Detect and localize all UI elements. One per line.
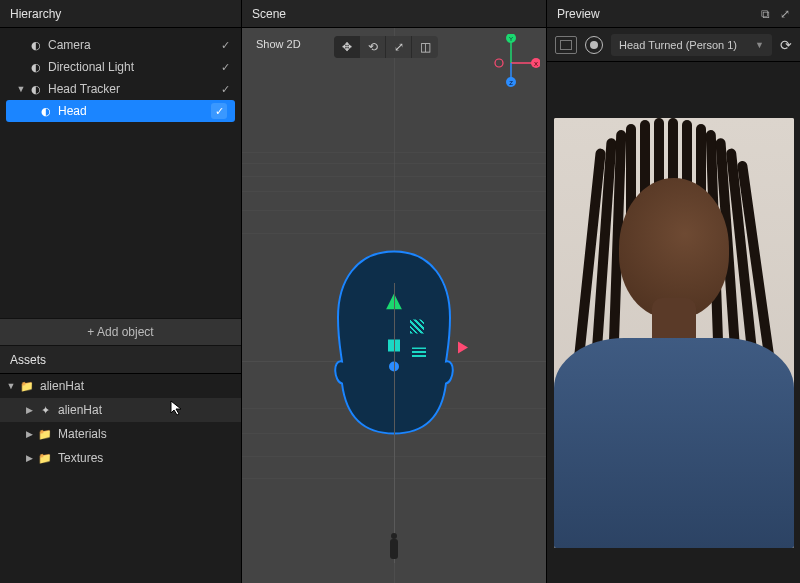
add-object-button[interactable]: + Add object <box>0 318 241 346</box>
hierarchy-item-camera[interactable]: ◐ Camera ✓ <box>0 34 241 56</box>
left-sidebar: Hierarchy ◐ Camera ✓ ◐ Directional Light… <box>0 0 242 583</box>
preview-panel: Preview ⧉ ⤢ Head Turned (Person 1) ▼ ⟳ <box>547 0 800 583</box>
chevron-down-icon: ▼ <box>755 40 764 50</box>
preview-panel-header: Preview ⧉ ⤢ <box>547 0 800 28</box>
rotate-tool-button[interactable]: ⟲ <box>360 36 386 58</box>
move-tool-button[interactable]: ✥ <box>334 36 360 58</box>
transform-tool-group: ✥ ⟲ ⤢ ◫ <box>334 36 438 58</box>
expand-caret-icon[interactable]: ▶ <box>22 405 36 415</box>
maximize-icon[interactable]: ⤢ <box>780 7 790 21</box>
scene-viewport[interactable] <box>242 28 546 583</box>
object3d-icon: ✦ <box>36 404 54 417</box>
scene-panel-header: Scene <box>242 0 546 28</box>
scene-panel: Scene Show 2D <box>242 0 547 583</box>
light-icon: ◐ <box>28 61 44 74</box>
preview-frame <box>554 118 794 548</box>
object-icon: ◐ <box>38 105 54 118</box>
orientation-gizmo[interactable]: Y X Z <box>482 34 532 84</box>
preview-toolbar: Head Turned (Person 1) ▼ ⟳ <box>547 28 800 62</box>
preview-person-placeholder <box>554 118 794 548</box>
hierarchy-item-label: Camera <box>44 38 217 52</box>
asset-item-label: alienHat <box>54 403 233 417</box>
add-object-label: + Add object <box>87 325 153 339</box>
record-button[interactable] <box>585 36 603 54</box>
folder-icon: 📁 <box>36 428 54 441</box>
hierarchy-body: ◐ Camera ✓ ◐ Directional Light ✓ ▼ ◐ Hea… <box>0 28 241 318</box>
torso-placeholder <box>554 338 794 548</box>
hierarchy-item-directional-light[interactable]: ◐ Directional Light ✓ <box>0 56 241 78</box>
visibility-check-icon[interactable]: ✓ <box>217 39 233 52</box>
hierarchy-item-label: Directional Light <box>44 60 217 74</box>
reference-figure-icon <box>387 532 401 565</box>
expand-caret-icon[interactable]: ▼ <box>4 381 18 391</box>
hierarchy-item-label: Head <box>54 104 211 118</box>
gizmo-x-arrow-icon[interactable] <box>458 342 468 354</box>
folder-icon: 📁 <box>18 380 36 393</box>
scene-title: Scene <box>252 7 286 21</box>
cursor-icon <box>170 400 186 416</box>
preview-source-select[interactable]: Head Turned (Person 1) ▼ <box>611 34 772 56</box>
head-placeholder <box>619 178 729 318</box>
reload-button[interactable]: ⟳ <box>780 37 792 53</box>
scene-toolbar: Show 2D <box>250 36 307 52</box>
hierarchy-item-head-tracker[interactable]: ▼ ◐ Head Tracker ✓ <box>0 78 241 100</box>
scene-vertical-axis <box>394 283 395 563</box>
hierarchy-item-label: Head Tracker <box>44 82 217 96</box>
asset-item-label: Textures <box>54 451 233 465</box>
asset-item-textures[interactable]: ▶ 📁 Textures <box>0 446 241 470</box>
hierarchy-panel-header: Hierarchy <box>0 0 241 28</box>
axis-gizmo-icon: Y X Z <box>482 34 540 92</box>
expand-caret-icon[interactable]: ▶ <box>22 453 36 463</box>
asset-item-label: alienHat <box>36 379 233 393</box>
assets-body: ▼ 📁 alienHat ▶ ✦ alienHat ▶ 📁 Materials … <box>0 374 241 583</box>
popout-icon[interactable]: ⧉ <box>761 7 770 21</box>
svg-point-11 <box>495 59 503 67</box>
tracker-icon: ◐ <box>28 83 44 96</box>
camera-icon: ◐ <box>28 39 44 52</box>
asset-item-materials[interactable]: ▶ 📁 Materials <box>0 422 241 446</box>
folder-icon: 📁 <box>36 452 54 465</box>
visibility-check-icon[interactable]: ✓ <box>217 83 233 96</box>
show-2d-toggle[interactable]: Show 2D <box>250 36 307 52</box>
assets-panel-header: Assets <box>0 346 241 374</box>
asset-item-alienhat-object[interactable]: ▶ ✦ alienHat <box>0 398 241 422</box>
preview-source-label: Head Turned (Person 1) <box>619 39 737 51</box>
assets-title: Assets <box>10 353 46 367</box>
svg-point-0 <box>391 533 397 539</box>
preview-title: Preview <box>557 7 600 21</box>
device-frame-button[interactable] <box>555 36 577 54</box>
svg-rect-1 <box>390 539 398 559</box>
gizmo-xy-plane-icon[interactable] <box>410 320 424 334</box>
svg-text:X: X <box>534 61 538 67</box>
expand-caret-icon[interactable]: ▶ <box>22 429 36 439</box>
hierarchy-tree: ◐ Camera ✓ ◐ Directional Light ✓ ▼ ◐ Hea… <box>0 28 241 128</box>
hierarchy-title: Hierarchy <box>10 7 61 21</box>
visibility-check-icon[interactable]: ✓ <box>211 103 227 119</box>
svg-text:Y: Y <box>509 36 513 42</box>
gizmo-xz-plane-icon[interactable] <box>412 348 426 358</box>
scale-tool-button[interactable]: ⤢ <box>386 36 412 58</box>
visibility-check-icon[interactable]: ✓ <box>217 61 233 74</box>
svg-text:Z: Z <box>509 80 513 86</box>
expand-caret-icon[interactable]: ▼ <box>14 84 28 94</box>
asset-item-label: Materials <box>54 427 233 441</box>
asset-item-alienhat-folder[interactable]: ▼ 📁 alienHat <box>0 374 241 398</box>
hierarchy-item-head[interactable]: ◐ Head ✓ <box>6 100 235 122</box>
bounds-tool-button[interactable]: ◫ <box>412 36 438 58</box>
preview-body <box>547 62 800 583</box>
